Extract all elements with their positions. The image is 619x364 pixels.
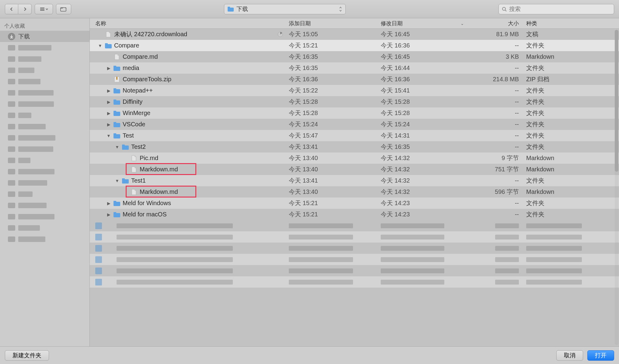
search-field[interactable]: 搜索 [498, 4, 614, 14]
open-button[interactable]: 打开 [587, 350, 614, 361]
file-icon [105, 31, 112, 38]
sidebar-item-redacted[interactable] [0, 211, 89, 222]
disclosure-triangle[interactable]: ▶ [106, 122, 111, 127]
file-row-redacted[interactable] [90, 220, 619, 231]
file-name: Test1 [131, 177, 146, 184]
file-row-redacted[interactable] [90, 254, 619, 265]
disclosure-triangle[interactable]: ▶ [106, 100, 111, 104]
file-name: Diffinity [123, 98, 142, 105]
search-placeholder: 搜索 [509, 5, 521, 13]
file-name: Meld for macOS [123, 211, 166, 218]
cell-date-added: 今天 15:05 [289, 29, 381, 40]
toolbar-new-folder-button[interactable]: + [56, 4, 71, 14]
svg-rect-23 [114, 122, 116, 124]
cell-date-modified: 今天 16:35 [381, 141, 471, 152]
file-row[interactable]: ▶Meld for Windows今天 15:21今天 14:23--文件夹 [90, 198, 619, 209]
file-row[interactable]: Markdown.md今天 13:40今天 14:32751 字节Markdow… [90, 164, 619, 175]
forward-button[interactable] [18, 4, 32, 14]
column-header-date-modified[interactable]: 修改日期 ⌄ [381, 18, 471, 28]
file-row[interactable]: ▼Test1今天 13:41今天 14:32--文件夹 [90, 175, 619, 186]
disclosure-triangle[interactable]: ▶ [106, 66, 111, 71]
column-header-date-added[interactable]: 添加日期 [289, 18, 381, 28]
cell-kind: 文件夹 [526, 85, 619, 96]
sidebar-item-redacted[interactable] [0, 188, 89, 200]
column-header-name[interactable]: 名称 [90, 18, 289, 28]
sidebar-item-redacted[interactable] [0, 65, 89, 76]
sidebar-item-redacted[interactable] [0, 53, 89, 65]
svg-line-8 [505, 10, 506, 11]
file-row-redacted[interactable] [90, 243, 619, 254]
view-mode-button[interactable] [35, 4, 53, 14]
file-row[interactable]: ▶VSCode今天 15:24今天 15:24--文件夹 [90, 119, 619, 130]
path-control[interactable]: 下载 [224, 4, 346, 14]
disclosure-triangle[interactable]: ▶ [106, 111, 111, 116]
file-icon [131, 166, 137, 173]
sidebar-item-redacted[interactable] [0, 177, 89, 188]
sidebar-item-redacted[interactable] [0, 166, 89, 177]
disclosure-triangle[interactable]: ▼ [115, 178, 120, 183]
disclosure-triangle[interactable]: ▶ [106, 88, 111, 93]
sidebar-item-redacted[interactable] [0, 143, 89, 155]
scrollbar-thumb[interactable] [615, 30, 618, 172]
sidebar-item-redacted[interactable] [0, 98, 89, 110]
cell-date-added: 今天 15:21 [289, 40, 381, 51]
file-row[interactable]: ▼Test2今天 13:41今天 16:35--文件夹 [90, 141, 619, 152]
cell-size: 3 KB [471, 51, 526, 62]
sidebar-item-redacted[interactable] [0, 76, 89, 87]
file-row-redacted[interactable] [90, 276, 619, 288]
sidebar-item-redacted[interactable] [0, 121, 89, 132]
progress-pie-icon [277, 31, 283, 37]
sidebar-item-downloads[interactable]: 下载 [0, 31, 89, 42]
vertical-scrollbar[interactable] [615, 30, 618, 345]
file-row[interactable]: ▶media今天 16:35今天 16:44--文件夹 [90, 62, 619, 74]
cell-kind: 文件夹 [526, 198, 619, 209]
disclosure-triangle[interactable]: ▶ [106, 212, 111, 217]
file-row[interactable]: CompareTools.zip今天 16:36今天 16:36214.8 MB… [90, 74, 619, 85]
file-row[interactable]: Compare.md今天 16:35今天 16:453 KBMarkdown [90, 51, 619, 62]
file-row[interactable]: ▶Notepad++今天 15:22今天 15:41--文件夹 [90, 85, 619, 96]
cell-date-modified: 今天 16:45 [381, 29, 471, 40]
cell-date-added: 今天 16:35 [289, 62, 381, 74]
disclosure-triangle[interactable]: ▶ [106, 201, 111, 206]
file-row[interactable]: ▶Diffinity今天 15:28今天 15:28--文件夹 [90, 96, 619, 107]
file-row[interactable]: Markdown.md今天 13:40今天 14:32596 字节Markdow… [90, 186, 619, 198]
file-row[interactable]: ▼Compare今天 15:21今天 16:36--文件夹 [90, 40, 619, 51]
new-folder-button[interactable]: 新建文件夹 [5, 350, 49, 361]
sidebar-item-redacted[interactable] [0, 222, 89, 233]
file-row[interactable]: 未确认 242720.crdownload今天 15:05今天 16:4581.… [90, 29, 619, 40]
sidebar-item-redacted[interactable] [0, 200, 89, 211]
cell-date-modified: 今天 15:28 [381, 96, 471, 107]
cell-date-added: 今天 15:28 [289, 96, 381, 107]
file-row[interactable]: ▶WinMerge今天 15:28今天 15:28--文件夹 [90, 107, 619, 119]
disclosure-triangle[interactable]: ▼ [98, 43, 103, 48]
file-row[interactable]: ▶Meld for macOS今天 15:21今天 14:23--文件夹 [90, 209, 619, 220]
cell-size: -- [471, 85, 526, 96]
sidebar-item-redacted[interactable] [0, 110, 89, 121]
file-row[interactable]: ▼Test今天 15:47今天 14:31--文件夹 [90, 130, 619, 141]
file-row-redacted[interactable] [90, 231, 619, 243]
file-row[interactable]: Pic.md今天 13:40今天 14:329 字节Markdown [90, 152, 619, 164]
file-name: media [123, 65, 139, 72]
cell-date-modified: 今天 15:41 [381, 85, 471, 96]
cell-kind: 文件夹 [526, 62, 619, 74]
cell-kind: 文稿 [526, 29, 619, 40]
cancel-button[interactable]: 取消 [556, 350, 583, 361]
back-button[interactable] [5, 4, 18, 14]
cell-date-modified: 今天 14:23 [381, 209, 471, 220]
sidebar-item-redacted[interactable] [0, 42, 89, 53]
file-row-redacted[interactable] [90, 265, 619, 276]
cell-size: 214.8 MB [471, 74, 526, 85]
sidebar-item-redacted[interactable] [0, 155, 89, 166]
disclosure-triangle[interactable]: ▼ [115, 145, 120, 149]
cell-date-added: 今天 15:28 [289, 107, 381, 119]
sidebar-item-redacted[interactable] [0, 233, 89, 245]
sidebar-item-redacted[interactable] [0, 87, 89, 98]
disclosure-triangle[interactable]: ▼ [106, 133, 111, 138]
column-header-kind[interactable]: 种类 [526, 18, 619, 28]
cell-date-modified: 今天 16:45 [381, 51, 471, 62]
cell-date-added: 今天 15:21 [289, 209, 381, 220]
folder-icon [122, 144, 129, 150]
column-header-size[interactable]: 大小 [471, 18, 526, 28]
sidebar-item-redacted[interactable] [0, 132, 89, 143]
file-name: Test [123, 132, 134, 139]
